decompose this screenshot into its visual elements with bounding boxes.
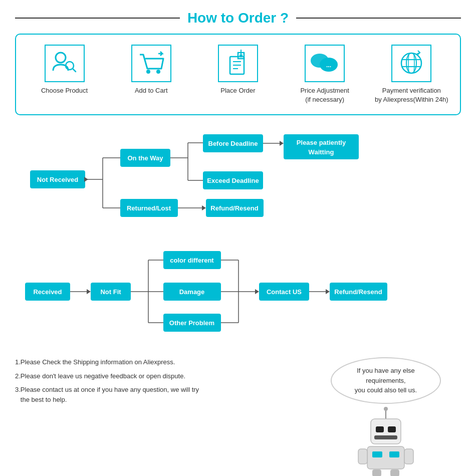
svg-marker-50 bbox=[87, 289, 91, 294]
svg-text:Not Fit: Not Fit bbox=[100, 288, 121, 296]
step-order: Place Order bbox=[198, 45, 278, 95]
svg-marker-69 bbox=[255, 289, 259, 294]
header-highlight: Order ? bbox=[238, 10, 289, 26]
svg-rect-80 bbox=[388, 426, 396, 432]
svg-text:Exceed Deadline: Exceed Deadline bbox=[207, 177, 259, 184]
svg-text:Refund/Resend: Refund/Resend bbox=[334, 288, 382, 296]
svg-rect-88 bbox=[390, 469, 399, 476]
svg-text:Damage: Damage bbox=[179, 288, 205, 296]
svg-point-15 bbox=[401, 53, 421, 73]
robot-icon bbox=[353, 406, 418, 476]
svg-point-0 bbox=[56, 53, 66, 63]
svg-marker-32 bbox=[280, 141, 284, 146]
step-order-icon bbox=[218, 45, 258, 82]
svg-rect-85 bbox=[358, 449, 367, 464]
step-cart-icon bbox=[131, 45, 171, 82]
info-line3: 3.Please contact us at once if you have … bbox=[15, 385, 301, 404]
svg-rect-81 bbox=[374, 435, 397, 439]
info-line1: 1.Please Check the Shipping information … bbox=[15, 357, 301, 367]
step-choose-label: Choose Product bbox=[41, 86, 88, 95]
step-choose-icon bbox=[45, 45, 85, 82]
svg-marker-46 bbox=[84, 177, 88, 182]
svg-text:Please patiently: Please patiently bbox=[297, 139, 346, 146]
flowchart-received: Received Not Fit color different Damage … bbox=[15, 245, 461, 347]
svg-text:Refund/Resend: Refund/Resend bbox=[210, 204, 258, 212]
header: How to Order ? bbox=[15, 10, 461, 26]
step-cart-label: Add to Cart bbox=[135, 86, 168, 95]
svg-point-4 bbox=[156, 70, 160, 74]
header-line-left bbox=[15, 18, 180, 19]
flowchart-not-received: Not Received On the Way Before Deadline … bbox=[15, 130, 461, 237]
svg-rect-82 bbox=[367, 446, 404, 469]
svg-text:Returned/Lost: Returned/Lost bbox=[127, 204, 171, 212]
svg-rect-86 bbox=[404, 449, 413, 464]
svg-rect-79 bbox=[376, 426, 384, 432]
svg-text:On the Way: On the Way bbox=[127, 154, 163, 162]
page: How to Order ? Choose Product bbox=[0, 0, 476, 476]
svg-text:Other Problem: Other Problem bbox=[169, 319, 214, 327]
svg-line-2 bbox=[73, 69, 76, 72]
robot-section: If you have any else requirements,you co… bbox=[311, 357, 461, 476]
svg-text:Contact US: Contact US bbox=[267, 288, 302, 296]
step-payment: Payment verificationby Aliexpress(Within… bbox=[371, 45, 451, 104]
info-line2: 2.Please don't leave us negative feedbac… bbox=[15, 371, 301, 381]
step-price: ... Price Adjustment(if necessary) bbox=[285, 45, 365, 104]
svg-rect-83 bbox=[372, 451, 382, 457]
header-title: How to Order ? bbox=[180, 10, 296, 26]
header-prefix: How to bbox=[187, 10, 234, 26]
svg-text:color different: color different bbox=[170, 257, 214, 264]
step-payment-icon bbox=[391, 45, 431, 82]
steps-box: Choose Product Add to Cart bbox=[15, 34, 461, 115]
speech-bubble: If you have any else requirements,you co… bbox=[331, 357, 441, 404]
svg-text:Received: Received bbox=[33, 288, 62, 296]
step-choose: Choose Product bbox=[25, 45, 105, 95]
header-line-right bbox=[296, 18, 461, 19]
svg-point-3 bbox=[146, 70, 150, 74]
svg-point-16 bbox=[406, 53, 416, 73]
svg-marker-43 bbox=[202, 205, 206, 210]
svg-text:Before Deadline: Before Deadline bbox=[208, 140, 258, 147]
svg-text:Waitting: Waitting bbox=[309, 148, 334, 156]
step-payment-label: Payment verificationby Aliexpress(Within… bbox=[375, 86, 448, 104]
step-price-icon: ... bbox=[305, 45, 345, 82]
step-order-label: Place Order bbox=[220, 86, 255, 95]
bottom-section: 1.Please Check the Shipping information … bbox=[15, 357, 461, 476]
svg-point-77 bbox=[384, 407, 388, 411]
svg-rect-84 bbox=[389, 451, 399, 457]
step-price-label: Price Adjustment(if necessary) bbox=[300, 86, 349, 104]
svg-text:...: ... bbox=[326, 62, 331, 69]
step-cart: Add to Cart bbox=[111, 45, 191, 95]
info-list: 1.Please Check the Shipping information … bbox=[15, 357, 301, 408]
svg-rect-78 bbox=[371, 419, 401, 444]
svg-rect-87 bbox=[372, 469, 381, 476]
svg-marker-73 bbox=[326, 289, 330, 294]
svg-text:Not Received: Not Received bbox=[37, 176, 78, 183]
